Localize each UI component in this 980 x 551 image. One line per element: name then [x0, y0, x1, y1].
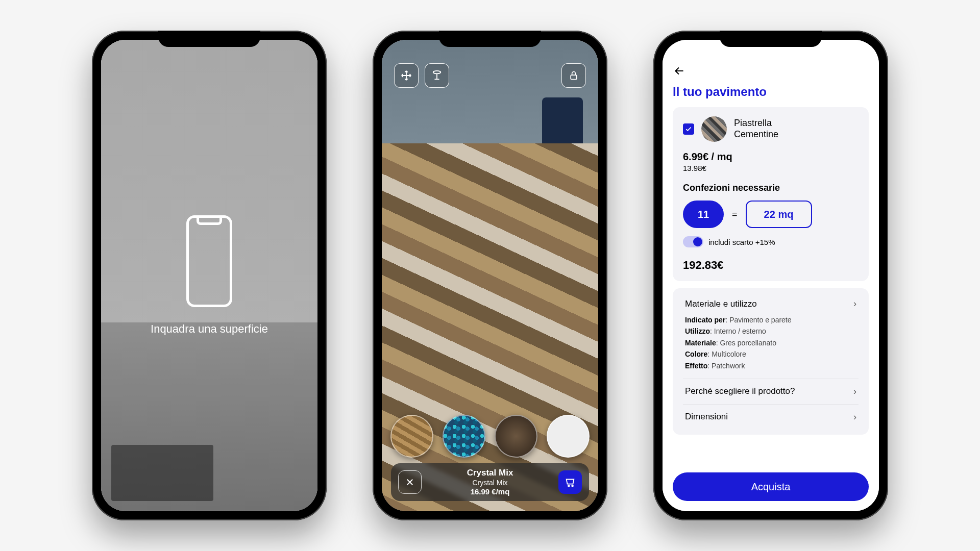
move-icon [401, 70, 412, 81]
lock-tool-button[interactable] [561, 63, 586, 88]
section-why-choose[interactable]: Perché scegliere il prodotto? › [683, 379, 859, 405]
price-per-mq: 6.99€ / mq [683, 151, 859, 163]
product-subtitle: Crystal Mix [429, 479, 551, 488]
close-icon [405, 478, 414, 487]
notch [158, 31, 260, 47]
area-field[interactable]: 22 mq [746, 201, 812, 228]
notch [439, 31, 541, 47]
screen-ar-onboarding: Inquadra una superficie [101, 40, 317, 511]
packs-label: Confezioni necessarie [683, 183, 859, 193]
svg-point-3 [572, 485, 573, 487]
chevron-right-icon: › [853, 298, 856, 309]
ar-overlay: Inquadra una superficie [101, 40, 317, 511]
close-button[interactable] [398, 470, 422, 494]
section-dim-title: Dimensioni [685, 412, 728, 422]
waste-toggle-row: includi scarto +15% [683, 236, 859, 247]
equals-sign: = [732, 209, 738, 220]
texture-swatch-bar [382, 415, 598, 458]
ar-instruction-text: Inquadra una superficie [151, 322, 268, 336]
svg-rect-1 [571, 75, 577, 79]
phone-mockup-1: Inquadra una superficie [92, 31, 327, 520]
section-material-body: Indicato per: Pavimento e parete Utilizz… [685, 314, 856, 371]
product-info: Crystal Mix Crystal Mix 16.99 €/mq [429, 467, 551, 497]
camera-background-bag [542, 97, 583, 143]
waste-toggle-label: includi scarto +15% [708, 238, 775, 246]
svg-point-2 [568, 485, 570, 487]
price-per-pack: 13.98€ [683, 164, 859, 172]
product-thumbnail [701, 116, 727, 142]
chevron-right-icon: › [853, 412, 856, 422]
cart-icon [565, 477, 576, 488]
screen-checkout: Il tuo pavimento Piastrella Cementine 6.… [663, 40, 879, 511]
product-bottom-bar: Crystal Mix Crystal Mix 16.99 €/mq [391, 463, 589, 501]
phone-outline-icon [186, 215, 232, 307]
add-to-cart-button[interactable] [558, 470, 582, 494]
details-card: Materiale e utilizzo › Indicato per: Pav… [673, 288, 869, 435]
total-price: 192.83€ [683, 259, 859, 272]
arrow-left-icon [673, 64, 686, 78]
buy-button[interactable]: Acquista [673, 472, 869, 501]
packs-row: 11 = 22 mq [683, 201, 859, 228]
product-name: Piastrella Cementine [734, 118, 778, 140]
chevron-right-icon: › [853, 386, 856, 397]
product-name: Crystal Mix [429, 467, 551, 478]
phone-mockup-2: Crystal Mix Crystal Mix 16.99 €/mq [373, 31, 607, 520]
height-tool-button[interactable] [425, 63, 449, 88]
product-price: 16.99 €/mq [429, 487, 551, 497]
ar-toolbar [382, 63, 598, 88]
move-tool-button[interactable] [394, 63, 419, 88]
waste-toggle[interactable] [683, 236, 703, 247]
section-why-title: Perché scegliere il prodotto? [685, 386, 795, 396]
camera-background-wall [382, 40, 598, 143]
check-icon [685, 126, 692, 133]
page-title: Il tuo pavimento [673, 85, 869, 99]
phone-mockup-3: Il tuo pavimento Piastrella Cementine 6.… [653, 31, 888, 520]
svg-point-0 [433, 71, 441, 74]
lock-icon [569, 70, 579, 81]
swatch-wood[interactable] [390, 415, 433, 458]
section-dimensions[interactable]: Dimensioni › [683, 405, 859, 430]
swatch-dark-marble[interactable] [495, 415, 537, 458]
section-material-title: Materiale e utilizzo [685, 299, 757, 309]
section-material[interactable]: Materiale e utilizzo › Indicato per: Pav… [683, 291, 859, 379]
screen-ar-preview: Crystal Mix Crystal Mix 16.99 €/mq [382, 40, 598, 511]
swatch-crystal-mix[interactable] [443, 415, 485, 458]
quantity-pill[interactable]: 11 [683, 201, 724, 228]
product-summary-card: Piastrella Cementine 6.99€ / mq 13.98€ C… [673, 107, 869, 281]
swatch-white[interactable] [547, 415, 590, 458]
back-button[interactable] [673, 64, 869, 81]
table-icon [431, 70, 443, 81]
notch [720, 31, 822, 47]
select-product-checkbox[interactable] [683, 123, 694, 135]
